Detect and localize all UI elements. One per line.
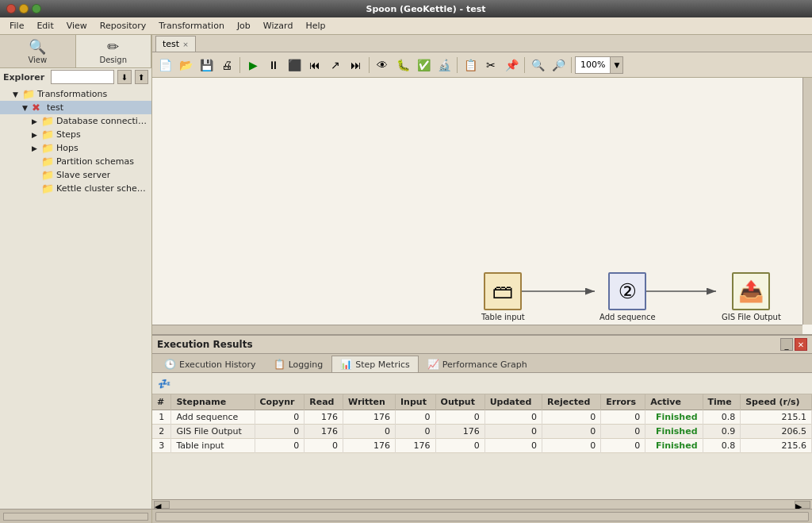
collapse-all-button[interactable]: ⬆: [135, 70, 148, 84]
cell-rejected: 0: [542, 410, 601, 425]
new-button[interactable]: 📄: [155, 56, 174, 75]
canvas-v-scrollbar[interactable]: [802, 78, 812, 325]
content-tab-label: test: [163, 39, 179, 49]
tree-item-hops[interactable]: ▶ 📁 Hops: [0, 141, 151, 155]
fast-forward-button[interactable]: ⏭: [347, 56, 366, 75]
cell-output: 0: [435, 439, 485, 453]
zoom-in-button[interactable]: 🔍: [528, 56, 547, 75]
menu-file[interactable]: File: [3, 19, 30, 33]
search-input[interactable]: [51, 70, 114, 84]
zoom-out-button[interactable]: 🔎: [549, 56, 568, 75]
copy-button[interactable]: 📋: [461, 56, 480, 75]
tab-view[interactable]: 🔍 View: [0, 35, 76, 67]
tree-label-hops: Hops: [56, 143, 79, 153]
close-button[interactable]: [6, 4, 16, 13]
maximize-button[interactable]: [32, 4, 41, 13]
menu-wizard[interactable]: Wizard: [257, 19, 300, 33]
minimize-button[interactable]: [19, 4, 29, 13]
scrollbar-right-btn[interactable]: ▶: [795, 501, 810, 509]
scrollbar-left-btn[interactable]: ◀: [154, 501, 170, 509]
col-read: Read: [304, 394, 343, 410]
paste-button[interactable]: 📌: [502, 56, 521, 75]
results-close-button[interactable]: ✕: [795, 338, 807, 351]
tree-item-test[interactable]: ▼ ✖ test: [0, 101, 151, 114]
expand-all-button[interactable]: ⬇: [117, 70, 131, 84]
cell-active: Finished: [645, 439, 703, 453]
tab-close-button[interactable]: ×: [182, 40, 189, 48]
table-header-row: # Stepname Copynr Read Written Input Out…: [152, 394, 812, 410]
run-button[interactable]: ▶: [243, 56, 262, 75]
stop-button[interactable]: ⬛: [285, 56, 304, 75]
tab-performance-graph[interactable]: 📈 Performance Graph: [419, 356, 536, 372]
node-add-sequence[interactable]: ② Add sequence: [599, 272, 656, 321]
canvas-h-scrollbar[interactable]: [152, 325, 802, 334]
analyze-button[interactable]: 🔬: [435, 56, 454, 75]
tree-item-kettle-cluster[interactable]: 📁 Kettle cluster schema: [0, 182, 151, 195]
canvas-area[interactable]: 🗃 Table input ② Add sequence: [152, 78, 812, 334]
menu-help[interactable]: Help: [299, 19, 331, 33]
cell-input: 0: [396, 425, 436, 439]
debug-button[interactable]: 🐛: [393, 56, 412, 75]
tree-item-steps[interactable]: ▶ 📁 Steps: [0, 128, 151, 141]
cell-written: 0: [343, 425, 395, 439]
table-row[interactable]: 1Add sequence017617600000Finished0.8215.…: [152, 410, 812, 425]
cell-updated: 0: [485, 410, 542, 425]
zoom-dropdown-arrow[interactable]: ▼: [610, 57, 622, 73]
cell-active: Finished: [645, 410, 703, 425]
tab-step-metrics[interactable]: 📊 Step Metrics: [331, 356, 418, 372]
menu-view[interactable]: View: [60, 19, 94, 33]
zoom-control[interactable]: 100% ▼: [575, 56, 623, 74]
tab-design[interactable]: ✏️ Design: [76, 35, 152, 67]
explorer-search-bar: Explorer ⬇ ⬆: [0, 68, 151, 86]
node-table-input[interactable]: 🗃 Table input: [481, 272, 525, 321]
tab-execution-history-label: Execution History: [179, 360, 256, 370]
statusbar-scrollbar[interactable]: [155, 512, 809, 521]
node-gis-file-output[interactable]: 📤 GIS File Output: [722, 272, 781, 321]
rewind-button[interactable]: ⏮: [305, 56, 324, 75]
canvas-scroll[interactable]: 🗃 Table input ② Add sequence: [152, 78, 812, 334]
cell-num: 3: [152, 439, 171, 453]
results-table: # Stepname Copynr Read Written Input Out…: [152, 394, 812, 453]
menu-edit[interactable]: Edit: [30, 19, 59, 33]
window-controls[interactable]: [6, 4, 41, 13]
db-folder-icon: 📁: [41, 115, 54, 127]
table-row[interactable]: 3Table input001761760000Finished0.8215.6: [152, 439, 812, 453]
menubar: File Edit View Repository Transformation…: [0, 17, 812, 35]
content-tab-test[interactable]: test ×: [155, 36, 196, 52]
cell-errors: 0: [601, 439, 645, 453]
design-icon: ✏️: [107, 38, 119, 55]
node-table-input-label: Table input: [481, 313, 525, 321]
pause-button[interactable]: ⏸: [264, 56, 283, 75]
col-num: #: [152, 394, 171, 410]
open-button[interactable]: 📂: [176, 56, 195, 75]
view-icon: 🔍: [29, 38, 46, 55]
results-h-scrollbar[interactable]: ◀ ▶: [152, 499, 812, 509]
results-minimize-button[interactable]: _: [780, 338, 793, 351]
cut-button[interactable]: ✂: [481, 56, 500, 75]
cell-read: 0: [304, 439, 343, 453]
folder-open-icon: 📁: [22, 88, 35, 100]
tree-item-partition-schemas[interactable]: 📁 Partition schemas: [0, 155, 151, 168]
tree-item-db-connection[interactable]: ▶ 📁 Database connection: [0, 114, 151, 128]
check-button[interactable]: ✅: [414, 56, 433, 75]
toolbar: 📄 📂 💾 🖨 ▶ ⏸ ⬛ ⏮ ↗ ⏭ 👁 🐛 ✅ 🔬 📋 ✂ 📌 🔍 🔎: [152, 52, 812, 78]
tab-bar: test ×: [152, 35, 812, 52]
sidebar-scrollbar[interactable]: [3, 513, 148, 521]
menu-job[interactable]: Job: [231, 19, 257, 33]
tab-execution-history[interactable]: 🕒 Execution History: [155, 356, 265, 372]
table-row[interactable]: 2GIS File Output017600176000Finished0.92…: [152, 425, 812, 439]
cell-copynr: 0: [255, 439, 304, 453]
col-rejected: Rejected: [542, 394, 601, 410]
tab-view-label: View: [28, 56, 47, 64]
tree-item-slave-server[interactable]: 📁 Slave server: [0, 168, 151, 182]
save-button[interactable]: 💾: [197, 56, 216, 75]
step-button[interactable]: ↗: [326, 56, 345, 75]
save-as-button[interactable]: 🖨: [217, 56, 236, 75]
results-table-container[interactable]: # Stepname Copynr Read Written Input Out…: [152, 394, 812, 499]
menu-transformation[interactable]: Transformation: [152, 19, 231, 33]
tree-item-transformations[interactable]: ▼ 📁 Transformations: [0, 87, 151, 101]
preview-button[interactable]: 👁: [373, 56, 392, 75]
tab-logging[interactable]: 📋 Logging: [265, 356, 332, 372]
results-refresh-button[interactable]: 💤: [155, 375, 173, 392]
menu-repository[interactable]: Repository: [94, 19, 153, 33]
